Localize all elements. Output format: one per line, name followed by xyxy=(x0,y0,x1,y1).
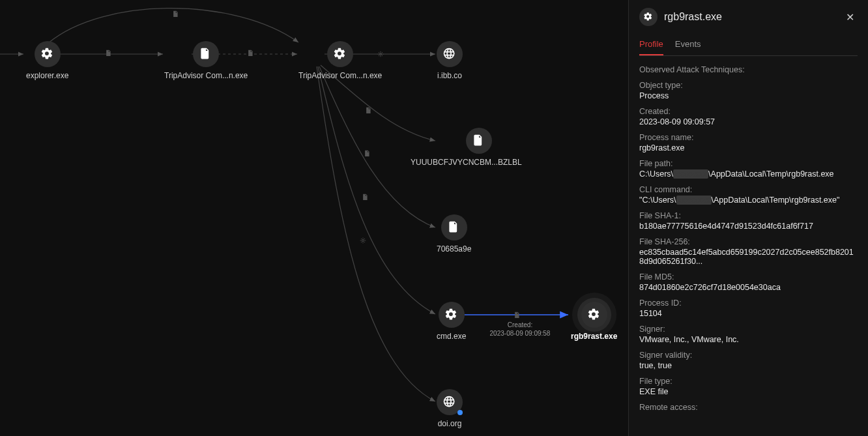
field-process-id: Process ID: 15104 xyxy=(639,298,858,318)
globe-icon xyxy=(437,41,463,67)
edge-label-created: Created: 2023-08-09 09:09:58 xyxy=(487,321,553,338)
edge-doc-icon xyxy=(360,192,369,201)
doc-icon xyxy=(193,41,219,67)
doc-icon xyxy=(441,214,467,240)
node-label: explorer.exe xyxy=(26,71,68,80)
edge-gear-icon xyxy=(358,236,368,245)
field-process-name: Process name: rgb9rast.exe xyxy=(639,133,858,153)
observed-techniques: Observed Attack Techniques: xyxy=(639,65,858,74)
node-label: doi.org xyxy=(438,419,462,428)
node-label: i.ibb.co xyxy=(437,71,462,80)
tab-events[interactable]: Events xyxy=(675,34,701,55)
field-object-type: Object type: Process xyxy=(639,81,858,100)
graph-canvas[interactable]: Created: 2023-08-09 09:09:58 explorer.ex… xyxy=(0,0,628,436)
node-rgb9rast[interactable]: rgb9rast.exe xyxy=(571,302,617,341)
status-dot xyxy=(457,410,463,415)
node-label: cmd.exe xyxy=(437,332,466,341)
edge-doc-icon xyxy=(362,149,371,158)
node-label: TripAdvisor Com...n.exe xyxy=(298,71,382,80)
field-md5: File MD5: 874d01860e2c726cf7d18e0054e30a… xyxy=(639,272,858,292)
field-signer-validity: Signer validity: true, true xyxy=(639,351,858,370)
incoming-edge xyxy=(0,50,29,59)
field-sha1: File SHA-1: b180ae77775616e4d4747d91523d… xyxy=(639,211,858,231)
gear-icon xyxy=(35,41,61,67)
details-panel: rgb9rast.exe ✕ Profile Events Observed A… xyxy=(628,0,868,436)
gear-icon xyxy=(581,302,607,328)
redacted-text: xxxxxxxx xyxy=(673,169,708,179)
node-hash-file[interactable]: 70685a9e xyxy=(437,214,471,254)
panel-title: rgb9rast.exe xyxy=(664,11,835,23)
gear-icon xyxy=(439,302,465,328)
node-label: TripAdvisor Com...n.exe xyxy=(164,71,248,80)
node-label: rgb9rast.exe xyxy=(571,332,617,341)
field-file-type: File type: EXE file xyxy=(639,377,858,396)
field-created: Created: 2023-08-09 09:09:57 xyxy=(639,107,858,126)
gear-icon xyxy=(639,8,658,26)
field-cli-command: CLI command: "C:\Users\xxxxxxxx\AppData\… xyxy=(639,185,858,205)
node-cmd[interactable]: cmd.exe xyxy=(437,302,466,341)
node-tripadvisor-proc[interactable]: TripAdvisor Com...n.exe xyxy=(298,41,382,80)
field-remote-access: Remote access: xyxy=(639,403,858,412)
edge-doc-icon xyxy=(171,9,180,18)
node-yuu-file[interactable]: YUUUBCFJVYCNCBM...BZLBL xyxy=(437,128,522,167)
node-explorer[interactable]: explorer.exe xyxy=(26,41,68,80)
panel-tabs: Profile Events xyxy=(639,34,858,56)
field-file-path: File path: C:\Users\xxxxxxxx\AppData\Loc… xyxy=(639,159,858,179)
node-iibbco[interactable]: i.ibb.co xyxy=(437,41,463,80)
redacted-text: xxxxxxxx xyxy=(676,196,712,205)
field-signer: Signer: VMware, Inc., VMware, Inc. xyxy=(639,325,858,344)
edge-doc-icon xyxy=(104,48,113,57)
edge-doc-icon xyxy=(512,310,521,319)
node-tripadvisor-doc[interactable]: TripAdvisor Com...n.exe xyxy=(164,41,248,80)
edge-doc-icon xyxy=(364,106,373,115)
node-label: YUUUBCFJVYCNCBM...BZLBL xyxy=(411,158,522,167)
node-label: 70685a9e xyxy=(437,244,471,254)
doc-icon xyxy=(466,128,492,154)
tab-profile[interactable]: Profile xyxy=(639,34,663,55)
gear-icon xyxy=(327,41,353,67)
field-sha256: File SHA-256: ec835cbaad5c14ef5abcd65919… xyxy=(639,237,858,266)
node-doiorg[interactable]: doi.org xyxy=(437,389,463,428)
close-button[interactable]: ✕ xyxy=(842,9,858,25)
panel-header: rgb9rast.exe ✕ xyxy=(639,8,858,33)
